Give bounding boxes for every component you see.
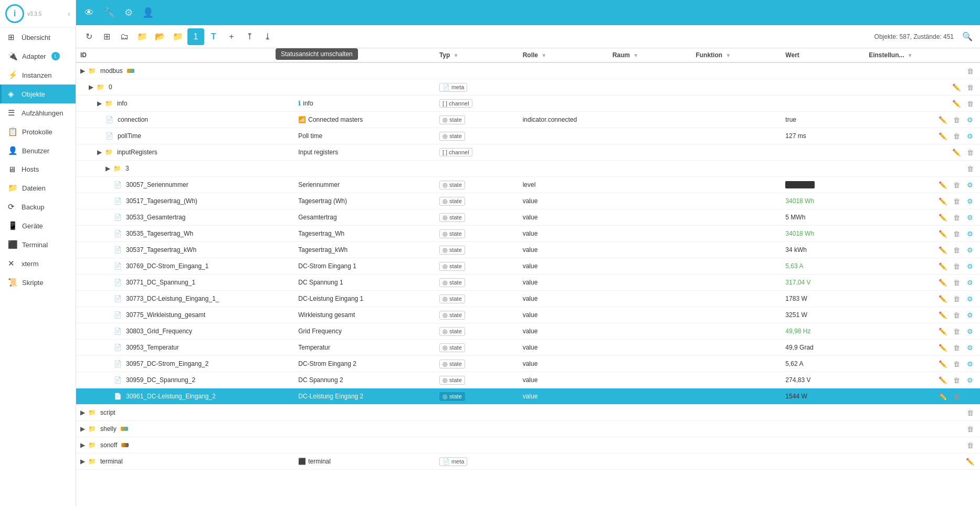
delete-button[interactable]: 🗑 [951,260,962,272]
gear-settings-button[interactable]: ⚙ [964,325,976,337]
folder-blue2-button[interactable]: 📁 [170,28,186,45]
table-row[interactable]: ▶📁 script 🗑 [76,405,980,421]
table-row[interactable]: ▶📁 terminal ⬛terminal 📄 meta ✏️ [76,454,980,470]
topbar-eye-icon[interactable]: 👁 [85,7,94,18]
table-row[interactable]: 📄 30771_DC_Spannung_1 DC Spannung 1 ◎ st… [76,275,980,291]
sidebar-item-aufzaehlungen[interactable]: ☰ Aufzählungen [0,103,76,122]
sidebar-item-instanzen[interactable]: ⚡ Instanzen [0,66,76,85]
table-row[interactable]: ▶📁 inputRegisters Input registers [ ] ch… [76,144,980,161]
delete-button[interactable]: 🗑 [964,98,976,109]
delete-button[interactable]: 🗑 [951,358,962,370]
edit-button[interactable]: ✏️ [937,114,949,125]
edit-button[interactable]: ✏️ [937,325,949,337]
delete-button[interactable]: 🗑 [951,293,962,304]
folder-blue-button[interactable]: 📂 [152,28,168,45]
table-row[interactable]: 📄 30775_Wirkleistung_gesamt Wirkleistung… [76,307,980,323]
gear-settings-button[interactable]: ⚙ [964,293,976,304]
delete-button[interactable]: 🗑 [951,212,962,223]
sidebar-item-hosts[interactable]: 🖥 Hosts [0,160,76,178]
delete-button[interactable]: 🗑 [951,114,962,125]
gear-settings-button[interactable]: ⚙ [964,309,976,321]
delete-button[interactable]: 🗑 [964,81,976,93]
sidebar-item-backup[interactable]: ⟳ Backup [0,197,76,216]
table-row[interactable]: 📄 30533_Gesamtertrag Gesamtertrag ◎ stat… [76,209,980,226]
table-row[interactable]: 📄 30953_Temperatur Temperatur ◎ state va… [76,340,980,356]
edit-button[interactable]: ✏️ [937,342,949,353]
delete-button[interactable]: 🗑 [951,277,962,288]
gear-settings-button[interactable]: ⚙ [964,391,976,402]
view-tiles-button[interactable]: ⊞ [98,28,115,45]
upload-button[interactable]: ⤒ [241,28,258,45]
edit-button[interactable]: ✏️ [937,212,949,223]
table-row[interactable]: 📄 30537_Tagesertrag_kWh Tagesertrag_kWh … [76,242,980,258]
table-row[interactable]: ▶📁 3 🗑 [76,161,980,177]
topbar-gear-icon[interactable]: ⚙ [124,7,133,18]
delete-button[interactable]: 🗑 [951,391,962,402]
download-button[interactable]: ⤓ [259,28,276,45]
sidebar-item-skripte[interactable]: 📜 Skripte [0,273,76,292]
edit-button[interactable]: ✏️ [937,260,949,272]
objects-table-container[interactable]: ID Name Typ ▼ Rolle ▼ Raum ▼ Funktion ▼ … [76,48,980,506]
gear-settings-button[interactable]: ⚙ [964,114,976,125]
sidebar-item-benutzer[interactable]: 👤 Benutzer [0,141,76,160]
edit-button[interactable]: ✏️ [951,81,962,93]
table-row[interactable]: 📄 30057_Seriennummer Seriennummer ◎ stat… [76,177,980,193]
gear-settings-button[interactable]: ⚙ [964,228,976,239]
delete-button[interactable]: 🗑 [951,309,962,321]
folder-button2[interactable]: 📁 [134,28,151,45]
delete-button[interactable]: 🗑 [951,195,962,207]
gear-settings-button[interactable]: ⚙ [964,277,976,288]
edit-button[interactable]: ✏️ [937,244,949,256]
table-row[interactable]: 📄 30803_Grid_Frequency Grid Frequency ◎ … [76,323,980,340]
text-format-button[interactable]: T [205,28,222,45]
gear-settings-button[interactable]: ⚙ [964,212,976,223]
delete-button[interactable]: 🗑 [964,65,976,77]
table-row[interactable]: ▶📁 0 📄 meta ✏️🗑 [76,79,980,96]
delete-button[interactable]: 🗑 [964,423,976,435]
refresh-button[interactable]: ↻ [80,28,97,45]
edit-button[interactable]: ✏️ [951,98,962,109]
table-row[interactable]: 📄 30517_Tagesertrag_(Wh) Tagesertrag (Wh… [76,193,980,209]
table-row[interactable]: ▶📁 shelly 🗑 [76,421,980,437]
sidebar-collapse-button[interactable]: ‹ [68,9,70,18]
delete-button[interactable]: 🗑 [951,325,962,337]
edit-button[interactable]: ✏️ [937,130,949,142]
topbar-wrench-icon[interactable]: 🔧 [103,7,115,18]
gear-settings-button[interactable]: ⚙ [964,130,976,142]
edit-button[interactable]: ✏️ [937,358,949,370]
sidebar-item-xterm[interactable]: ✕ xterm [0,254,76,273]
edit-button[interactable]: ✏️ [937,309,949,321]
edit-button[interactable]: ✏️ [937,228,949,239]
delete-button[interactable]: 🗑 [951,179,962,191]
folder-open-button[interactable]: 🗂 [116,28,133,45]
edit-button[interactable]: ✏️ [937,179,949,191]
table-row[interactable]: ▶📁 modbus 🗑 [76,62,980,79]
edit-button[interactable]: ✏️ [951,146,962,158]
table-row[interactable]: ▶📁 sonoff 🗑 [76,437,980,454]
delete-button[interactable]: 🗑 [951,342,962,353]
table-row[interactable]: 📄 30959_DC_Spannung_2 DC Spannung 2 ◎ st… [76,372,980,388]
gear-settings-button[interactable]: ⚙ [964,244,976,256]
delete-button[interactable]: 🗑 [951,244,962,256]
delete-button[interactable]: 🗑 [964,407,976,418]
gear-settings-button[interactable]: ⚙ [964,374,976,386]
topbar-user-icon[interactable]: 👤 [142,7,154,18]
sidebar-item-geraete[interactable]: 📱 Geräte [0,216,76,235]
edit-button[interactable]: ✏️ [937,293,949,304]
table-row[interactable]: 📄 30957_DC-Strom_Eingang_2 DC-Strom Eing… [76,356,980,372]
gear-settings-button[interactable]: ⚙ [964,342,976,353]
edit-button[interactable]: ✏️ [937,195,949,207]
delete-button[interactable]: 🗑 [964,146,976,158]
gear-settings-button[interactable]: ⚙ [964,260,976,272]
add-button[interactable]: + [223,28,240,45]
table-row[interactable]: 📄 30535_Tagesertrag_Wh Tagesertrag_Wh ◎ … [76,226,980,242]
sidebar-item-dateien[interactable]: 📁 Dateien [0,178,76,197]
sidebar-item-objekte[interactable]: ◈ Objekte [0,85,76,103]
table-row[interactable]: 📄 connection 📶Connected masters ◎ state … [76,112,980,128]
edit-button[interactable]: ✏️ [937,391,949,402]
delete-button[interactable]: 🗑 [964,163,976,174]
table-row[interactable]: 📄 pollTime Poll time ◎ state 127 ms ✏️🗑⚙ [76,128,980,144]
table-row[interactable]: 📄 30961_DC-Leistung_Eingang_2 DC-Leistun… [76,388,980,405]
sidebar-item-terminal[interactable]: ⬛ Terminal [0,235,76,254]
sidebar-item-uebersicht[interactable]: ⊞ Übersicht [0,28,76,47]
